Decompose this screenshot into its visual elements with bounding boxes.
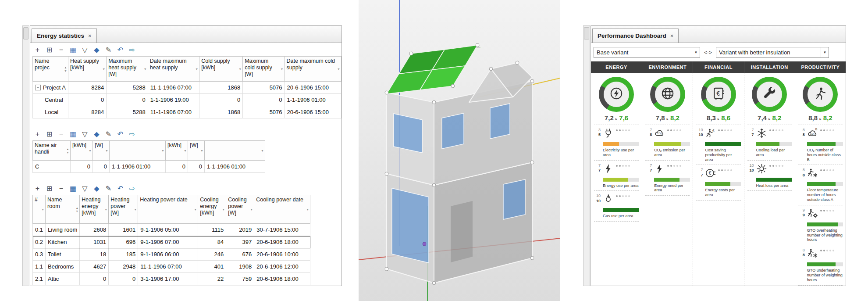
variant-select-right[interactable]: Variant with better insulation ▼ <box>716 47 829 58</box>
add-icon[interactable]: + <box>33 131 42 138</box>
metric[interactable]: 99GTO overheating number of weighting ho… <box>798 205 843 245</box>
column-header-cooling-energy-kwh-[interactable]: Cooling energy [kWh]▼ <box>198 195 226 224</box>
column-header--w-[interactable]: [W]▼ <box>188 141 204 161</box>
metric[interactable]: 1010€Cost saving productivity per area <box>696 125 740 165</box>
column-header--w-[interactable]: [W]▼ <box>92 141 109 161</box>
column-header-blank[interactable]: ▼ <box>109 141 165 161</box>
tree-collapse-icon[interactable]: − <box>35 85 41 90</box>
filter-icon[interactable]: ▽ <box>81 47 89 54</box>
metric[interactable]: 88Floor temperature number of hours outs… <box>798 165 843 205</box>
filter-funnel-icon[interactable]: ▼ <box>250 208 253 211</box>
table-row[interactable]: 1.1Bedrooms4627294811-1-1906 07:00401190… <box>33 261 310 273</box>
column-header--kwh-[interactable]: [kWh]▼ <box>71 141 93 161</box>
filter-funnel-icon[interactable]: ▼ <box>281 68 284 71</box>
filter-funnel-icon[interactable]: ▼ <box>102 68 105 71</box>
dashboard-column-header-financial[interactable]: FINANCIAL <box>693 61 743 73</box>
dashboard-column-header-environment[interactable]: ENVIRONMENT <box>642 61 693 73</box>
column-header-cooling-power-w-[interactable]: Cooling power [W]▼ <box>226 195 254 224</box>
filter-funnel-icon[interactable]: ▼ <box>337 68 340 71</box>
table-row[interactable]: 0.2Kitchen10316969-1-1906 07:008439720-6… <box>33 236 310 248</box>
3d-viewport[interactable] <box>359 0 560 301</box>
undo-icon[interactable]: ↶ <box>116 185 125 192</box>
filter-funnel-icon[interactable]: ▼ <box>64 69 67 72</box>
filter-funnel-icon[interactable]: ▼ <box>306 208 309 211</box>
column-header--kwh-[interactable]: [kWh]▼ <box>165 141 188 161</box>
add-row-icon[interactable]: ⊞ <box>45 185 53 192</box>
metric[interactable]: 1010Heat loss per area <box>747 161 792 191</box>
table-row[interactable]: 0.1Living room260816019-1-1906 05:001115… <box>33 224 310 236</box>
column-header-name-air-handli[interactable]: Name air handli▴▼ <box>33 141 71 161</box>
filter-funnel-icon[interactable]: ▼ <box>41 208 44 211</box>
column-header-heating-energy-kwh-[interactable]: Heating energy [kWh]▼ <box>80 195 109 224</box>
export-icon[interactable]: ⇨ <box>128 185 136 192</box>
remove-icon[interactable]: − <box>57 131 65 138</box>
shield-icon[interactable]: ◆ <box>92 131 101 138</box>
metric[interactable]: 77Energy need per area <box>645 161 690 196</box>
chevron-down-icon[interactable]: ▼ <box>692 47 700 57</box>
remove-icon[interactable]: − <box>57 47 65 54</box>
metric[interactable]: 77Cooling load per area <box>747 125 792 161</box>
column-header-name-projec[interactable]: Name projec▴▼ <box>33 57 68 82</box>
filter-funnel-icon[interactable]: ▼ <box>105 149 108 152</box>
metric[interactable]: 77€Energy costs per area <box>696 165 740 201</box>
column-header-maximum-heat-supply-w-[interactable]: Maximum heat supply [W]▼ <box>107 57 148 82</box>
export-icon[interactable]: ⇨ <box>128 47 136 54</box>
table-icon[interactable]: ▦ <box>69 131 77 138</box>
tab-performance-dashboard[interactable]: Performance Dashboard × <box>592 29 679 43</box>
variant-select-left[interactable]: Base variant ▼ <box>594 47 700 58</box>
filter-funnel-icon[interactable]: ▼ <box>104 208 107 211</box>
column-header-heating-power-w-[interactable]: Heating power [W]▼ <box>109 195 138 224</box>
filter-funnel-icon[interactable]: ▼ <box>144 68 147 71</box>
filter-funnel-icon[interactable]: ▼ <box>66 151 69 154</box>
column-header-heat-supply-kwh-[interactable]: Heat supply [kWh]▼ <box>68 57 107 82</box>
chevron-down-icon[interactable]: ▼ <box>821 47 829 57</box>
filter-funnel-icon[interactable]: ▼ <box>134 208 137 211</box>
metric[interactable]: 77Energy use per area <box>594 161 639 191</box>
tab-close-icon[interactable]: × <box>88 33 92 39</box>
edit-icon[interactable]: ✎ <box>104 131 113 138</box>
dock-handle[interactable] <box>584 27 589 39</box>
edit-icon[interactable]: ✎ <box>104 185 113 192</box>
shield-icon[interactable]: ◆ <box>92 47 101 54</box>
undo-icon[interactable]: ↶ <box>116 47 125 54</box>
remove-icon[interactable]: − <box>57 185 65 192</box>
edit-icon[interactable]: ✎ <box>104 47 113 54</box>
table-row[interactable]: −Project A8284528811-1-1906 07:001868507… <box>33 82 342 94</box>
dock-handle[interactable] <box>23 27 28 39</box>
filter-icon[interactable]: ▽ <box>81 185 89 192</box>
filter-icon[interactable]: ▽ <box>81 131 89 138</box>
dashboard-column-header-energy[interactable]: ENERGY <box>591 61 642 73</box>
undo-icon[interactable]: ↶ <box>116 131 125 138</box>
table-row[interactable]: C001-1-1906 01:00001-1-1906 01:00 <box>33 161 265 173</box>
metric[interactable]: 1010Gas use per area <box>594 191 639 222</box>
right-dock-strip[interactable] <box>583 25 590 286</box>
add-icon[interactable]: + <box>33 185 42 192</box>
column-header-cold-supply-kwh-[interactable]: Cold supply [kWh]▼ <box>199 57 243 82</box>
table-icon[interactable]: ▦ <box>69 185 77 192</box>
filter-funnel-icon[interactable]: ▼ <box>200 149 203 152</box>
table-row[interactable]: 2.1Attic003-1-1906 17:002275920-6-1906 1… <box>33 273 310 285</box>
left-dock-strip[interactable] <box>22 25 29 286</box>
metric[interactable]: 88CO₂BCO₂ number of hours outside class … <box>798 125 843 165</box>
table-icon[interactable]: ▦ <box>69 47 77 54</box>
add-icon[interactable]: + <box>33 47 42 54</box>
column-header--[interactable]: #▼ <box>33 195 46 224</box>
dashboard-column-header-installation[interactable]: INSTALLATION <box>744 61 795 73</box>
selection-point[interactable] <box>423 242 426 246</box>
tab-close-icon[interactable]: × <box>670 33 674 39</box>
filter-funnel-icon[interactable]: ▼ <box>194 208 197 211</box>
dashboard-column-header-productivity[interactable]: PRODUCTIVITY <box>795 61 846 73</box>
add-row-icon[interactable]: ⊞ <box>45 131 53 138</box>
filter-funnel-icon[interactable]: ▼ <box>238 68 242 71</box>
column-header-date-maximum-heat-supply[interactable]: Date maximum heat supply▼ <box>148 57 199 82</box>
filter-funnel-icon[interactable]: ▼ <box>89 149 92 152</box>
shield-icon[interactable]: ◆ <box>92 185 101 192</box>
column-header-maximum-cold-supply-w-[interactable]: Maximum cold supply [W]▼ <box>243 57 285 82</box>
tab-energy-statistics[interactable]: Energy statistics × <box>32 29 97 43</box>
table-row[interactable]: 0.3Toilet181859-1-1906 06:0024667620-6-1… <box>33 248 310 261</box>
metric[interactable]: 88GTO underheating number of weighting h… <box>798 245 843 285</box>
column-header-cooling-power-date[interactable]: Cooling power date▼ <box>254 195 310 224</box>
add-row-icon[interactable]: ⊞ <box>45 47 53 54</box>
filter-funnel-icon[interactable]: ▼ <box>195 68 198 71</box>
column-header-date-maximum-cold-supply[interactable]: Date maximum cold supply▼ <box>285 57 341 82</box>
